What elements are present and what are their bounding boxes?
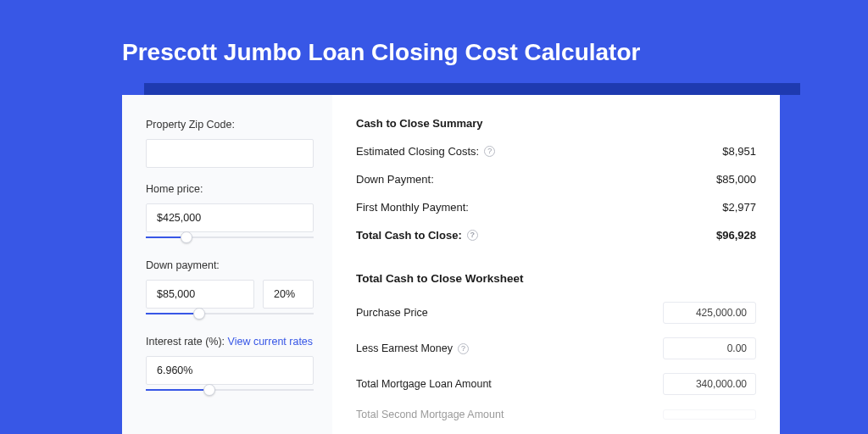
slider-fill: [146, 313, 199, 314]
summary-value: $8,951: [722, 145, 756, 158]
summary-row-down-payment: Down Payment: $85,000: [356, 173, 756, 186]
help-icon[interactable]: ?: [484, 146, 495, 157]
worksheet-value[interactable]: 425,000.00: [663, 302, 756, 324]
worksheet-value[interactable]: [663, 409, 756, 420]
worksheet-title: Total Cash to Close Worksheet: [356, 272, 756, 285]
slider-thumb[interactable]: [203, 384, 215, 396]
worksheet-label: Purchase Price: [356, 307, 428, 319]
divider: [356, 257, 756, 265]
summary-title: Cash to Close Summary: [356, 117, 756, 130]
help-icon[interactable]: ?: [458, 343, 469, 354]
summary-panel: Cash to Close Summary Estimated Closing …: [332, 95, 780, 434]
slider-thumb[interactable]: [181, 231, 192, 243]
summary-row-first-payment: First Monthly Payment: $2,977: [356, 201, 756, 214]
view-rates-link[interactable]: View current rates: [228, 336, 314, 348]
interest-rate-field: Interest rate (%): View current rates: [146, 336, 314, 397]
calculator-card: Property Zip Code: Home price: Down paym…: [122, 95, 780, 434]
home-price-input[interactable]: [146, 203, 314, 232]
interest-label-text: Interest rate (%):: [146, 336, 228, 348]
summary-label: Total Cash to Close:: [356, 229, 462, 242]
worksheet-label: Less Earnest Money: [356, 342, 453, 354]
help-icon[interactable]: ?: [467, 230, 478, 241]
summary-label: First Monthly Payment:: [356, 201, 469, 214]
interest-rate-input[interactable]: [146, 356, 314, 385]
zip-field: Property Zip Code:: [146, 119, 314, 168]
home-price-label: Home price:: [146, 183, 314, 195]
summary-row-total: Total Cash to Close: ? $96,928: [356, 229, 756, 242]
worksheet-label: Total Mortgage Loan Amount: [356, 378, 492, 390]
slider-fill: [146, 389, 209, 391]
summary-value: $2,977: [722, 201, 756, 214]
down-payment-label: Down payment:: [146, 259, 314, 271]
page-title: Prescott Jumbo Loan Closing Cost Calcula…: [122, 39, 640, 66]
worksheet-value[interactable]: 340,000.00: [663, 373, 756, 395]
home-price-field: Home price:: [146, 183, 314, 244]
summary-value: $85,000: [716, 173, 756, 186]
summary-row-closing-costs: Estimated Closing Costs: ? $8,951: [356, 145, 756, 158]
worksheet-value[interactable]: 0.00: [663, 337, 756, 359]
slider-thumb[interactable]: [193, 308, 205, 320]
interest-rate-slider[interactable]: [146, 383, 314, 397]
down-payment-field: Down payment:: [146, 259, 314, 320]
down-payment-pct-input[interactable]: [263, 280, 314, 309]
worksheet-row-second-mortgage: Total Second Mortgage Amount: [356, 409, 756, 420]
summary-label: Down Payment:: [356, 173, 434, 186]
interest-rate-label: Interest rate (%): View current rates: [146, 336, 314, 348]
worksheet-row-earnest-money: Less Earnest Money ? 0.00: [356, 337, 756, 359]
zip-label: Property Zip Code:: [146, 119, 314, 131]
zip-input[interactable]: [146, 139, 314, 168]
card-shadow: [144, 83, 800, 95]
inputs-panel: Property Zip Code: Home price: Down paym…: [122, 95, 332, 434]
summary-label: Estimated Closing Costs:: [356, 145, 479, 158]
worksheet-label: Total Second Mortgage Amount: [356, 409, 504, 420]
summary-value: $96,928: [716, 229, 756, 242]
worksheet-row-purchase-price: Purchase Price 425,000.00: [356, 302, 756, 324]
worksheet-row-mortgage-amount: Total Mortgage Loan Amount 340,000.00: [356, 373, 756, 395]
down-payment-input[interactable]: [146, 280, 254, 309]
down-payment-slider[interactable]: [146, 307, 314, 320]
home-price-slider[interactable]: [146, 231, 314, 244]
